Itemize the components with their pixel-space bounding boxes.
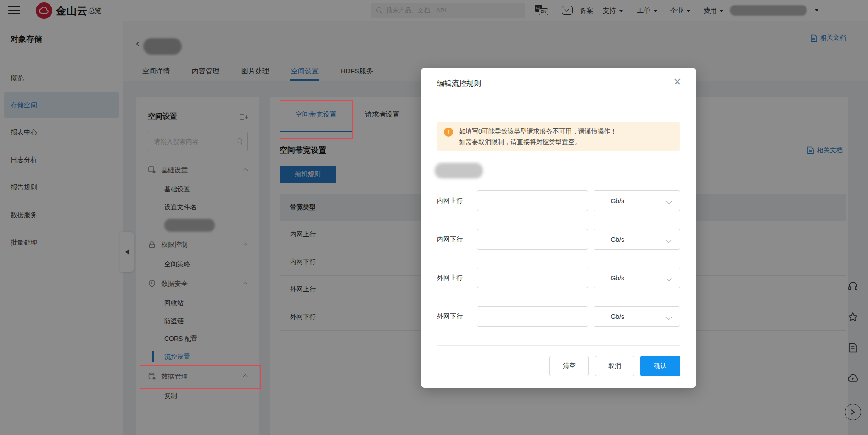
warning-text-line1: 如填写0可能导致该类型请求服务不可用，请谨慎操作！ bbox=[459, 126, 674, 137]
dialog-title: 编辑流控规则 bbox=[437, 79, 481, 89]
internet-downstream-input[interactable] bbox=[477, 306, 588, 327]
form-row-intranet-downstream: 内网下行 Gb/s bbox=[437, 229, 680, 250]
chevron-down-icon bbox=[666, 199, 672, 205]
intranet-downstream-unit-select[interactable]: Gb/s bbox=[594, 229, 680, 250]
divider bbox=[437, 345, 680, 346]
warning-text-line2: 如需要取消限制，请直接将对应类型置空。 bbox=[459, 137, 674, 147]
form-row-internet-downstream: 外网下行 Gb/s bbox=[437, 306, 680, 327]
form-row-internet-upstream: 外网上行 Gb/s bbox=[437, 268, 680, 288]
warning-alert: ! 如填写0可能导致该类型请求服务不可用，请谨慎操作！ 如需要取消限制，请直接将… bbox=[437, 122, 680, 151]
divider bbox=[437, 104, 680, 104]
bucket-name-redacted bbox=[435, 163, 483, 178]
bandwidth-form: 内网上行 Gb/s 内网下行 Gb/s 外网上行 Gb/s 外网下行 bbox=[437, 190, 680, 345]
internet-downstream-unit-select[interactable]: Gb/s bbox=[594, 306, 680, 327]
form-row-intranet-upstream: 内网上行 Gb/s bbox=[437, 190, 680, 211]
intranet-downstream-input[interactable] bbox=[477, 229, 588, 250]
cancel-button[interactable]: 取消 bbox=[595, 356, 634, 376]
edit-flow-control-rule-dialog: 编辑流控规则 ✕ ! 如填写0可能导致该类型请求服务不可用，请谨慎操作！ 如需要… bbox=[421, 68, 696, 388]
internet-upstream-unit-select[interactable]: Gb/s bbox=[594, 268, 680, 288]
chevron-down-icon bbox=[666, 237, 672, 243]
clear-button[interactable]: 清空 bbox=[549, 356, 589, 376]
chevron-down-icon bbox=[666, 276, 672, 282]
intranet-upstream-unit-select[interactable]: Gb/s bbox=[594, 190, 680, 211]
chevron-down-icon bbox=[666, 314, 672, 320]
intranet-upstream-input[interactable] bbox=[477, 190, 588, 211]
close-icon[interactable]: ✕ bbox=[673, 77, 682, 87]
warning-icon: ! bbox=[444, 128, 453, 137]
internet-upstream-input[interactable] bbox=[477, 268, 588, 288]
confirm-button[interactable]: 确认 bbox=[640, 356, 680, 376]
